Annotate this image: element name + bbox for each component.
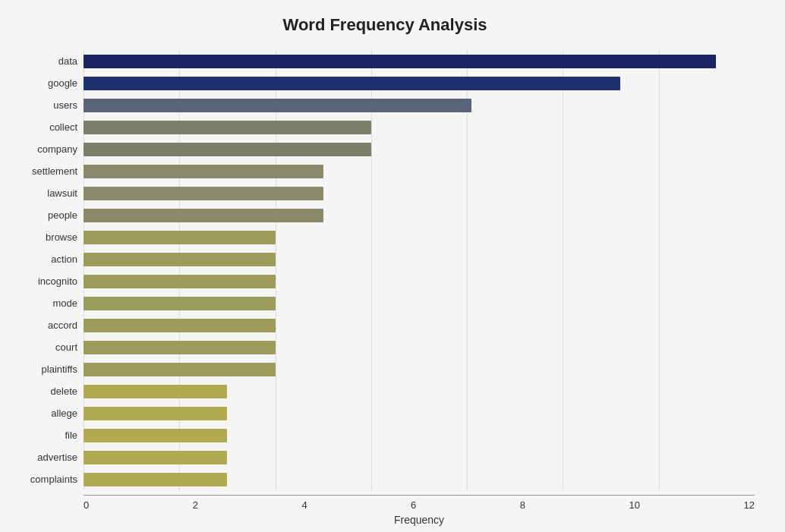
bar-row	[84, 52, 755, 71]
bar-row	[84, 206, 755, 225]
bar-row	[84, 184, 755, 203]
chart-title: Word Frequency Analysis	[15, 15, 755, 35]
y-label: allege	[51, 408, 77, 418]
grid-line	[563, 50, 563, 490]
y-label: incognito	[38, 276, 77, 286]
x-tick-label: 0	[84, 499, 89, 511]
bar	[84, 99, 471, 112]
y-label: action	[51, 254, 77, 264]
bar-row	[84, 405, 755, 423]
bar-row	[84, 427, 755, 445]
bar	[84, 385, 227, 398]
bar	[84, 341, 276, 354]
y-label: company	[37, 144, 77, 154]
bar-row	[84, 96, 755, 115]
chart-container: Word Frequency Analysis datagoogleusersc…	[0, 0, 785, 532]
bar	[84, 187, 323, 200]
x-axis-line	[84, 495, 755, 496]
bar-row	[84, 360, 755, 379]
bar-row	[84, 449, 755, 467]
y-label: people	[48, 210, 77, 220]
x-tick-label: 2	[193, 499, 198, 511]
bar-row	[84, 140, 755, 159]
grid-line	[467, 50, 468, 490]
bar-row	[84, 74, 755, 93]
bar	[84, 363, 276, 376]
y-label: data	[58, 56, 77, 66]
bar	[84, 77, 620, 90]
bar	[84, 253, 276, 266]
y-label: accord	[48, 320, 77, 330]
x-tick-label: 4	[301, 499, 307, 511]
bar	[84, 275, 276, 288]
bar-row	[84, 471, 755, 489]
grid-line	[371, 50, 372, 490]
bar	[84, 297, 276, 310]
x-tick-label: 10	[629, 499, 640, 511]
y-label: plaintiffs	[42, 364, 77, 374]
grid-line	[276, 50, 276, 490]
y-label: mode	[52, 298, 77, 308]
y-label: file	[65, 430, 77, 440]
grid-line	[84, 50, 84, 490]
y-label: advertise	[37, 452, 77, 462]
bar-row	[84, 272, 755, 291]
x-axis-title: Frequency	[84, 514, 755, 526]
bars-area	[84, 50, 755, 490]
x-axis: 024681012	[84, 495, 755, 511]
y-label: google	[48, 78, 77, 88]
y-label: browse	[46, 232, 77, 242]
y-label: users	[53, 100, 77, 110]
y-label: complaints	[30, 474, 77, 484]
bar-row	[84, 162, 755, 181]
y-label: settlement	[32, 166, 77, 176]
bar-row	[84, 250, 755, 269]
bar	[84, 143, 371, 156]
y-label: lawsuit	[47, 188, 77, 198]
y-labels: datagoogleuserscollectcompanysettlementl…	[15, 50, 84, 490]
bar	[84, 451, 227, 464]
bar-row	[84, 382, 755, 401]
bar-row	[84, 294, 755, 313]
bar	[84, 319, 276, 332]
bar	[84, 231, 276, 244]
x-tick-labels: 024681012	[84, 495, 755, 511]
bar	[84, 209, 323, 222]
grid-line	[659, 50, 660, 490]
y-label: collect	[49, 122, 77, 132]
bar-row	[84, 316, 755, 335]
bar-row	[84, 118, 755, 137]
bar	[84, 165, 323, 178]
bar	[84, 407, 227, 420]
x-tick-label: 6	[411, 499, 416, 511]
bar	[84, 429, 227, 442]
bar	[84, 473, 227, 486]
chart-area: datagoogleuserscollectcompanysettlementl…	[15, 50, 755, 490]
grid-line	[179, 50, 180, 490]
y-label: court	[55, 342, 77, 352]
bar-row	[84, 338, 755, 357]
bar	[84, 121, 371, 134]
y-label: delete	[51, 386, 77, 396]
bar	[84, 55, 716, 68]
bar-row	[84, 228, 755, 247]
x-tick-label: 12	[743, 499, 754, 511]
x-tick-label: 8	[520, 499, 525, 511]
